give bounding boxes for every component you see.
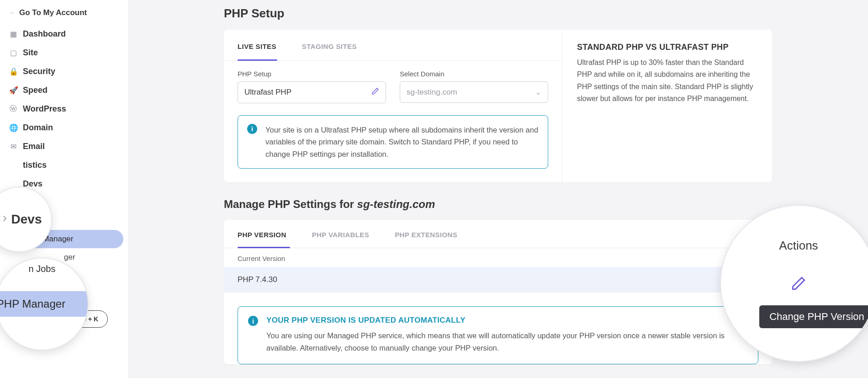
code-icon <box>0 213 7 226</box>
wordpress-icon: ⓦ <box>9 104 17 114</box>
code-icon <box>9 180 17 188</box>
sidebar-item-label: Speed <box>23 85 48 95</box>
info-text: Your site is on a Ultrafast PHP setup wh… <box>265 124 539 160</box>
zoom-devs-label: Devs <box>11 212 42 227</box>
auto-update-info-box: i YOUR PHP VERSION IS UPDATED AUTOMATICA… <box>238 306 758 364</box>
sidebar-item-domain[interactable]: 🌐 Domain <box>5 118 123 137</box>
dashboard-icon: ▦ <box>9 30 17 38</box>
pencil-icon[interactable] <box>791 276 806 294</box>
auto-update-text: You are using our Managed PHP service, w… <box>266 330 748 354</box>
sidebar-item-label: WordPress <box>23 104 66 114</box>
sidebar-item-label: Security <box>23 67 55 76</box>
lock-icon: 🔒 <box>9 67 17 76</box>
current-version-label: Current Version <box>224 248 772 267</box>
sidebar-item-speed[interactable]: 🚀 Speed <box>5 81 123 100</box>
sidebar-item-dashboard[interactable]: ▦ Dashboard <box>5 25 123 43</box>
tab-label: PHP VARIABLES <box>312 231 370 239</box>
tab-live-sites[interactable]: LIVE SITES <box>238 30 286 60</box>
info-icon: i <box>247 124 257 134</box>
sidebar-item-statistics[interactable]: tistics <box>5 156 123 175</box>
select-domain-label: Select Domain <box>400 70 548 78</box>
change-php-tooltip: Change PHP Version <box>759 305 868 328</box>
sidebar-item-label: Domain <box>23 123 53 133</box>
chevron-down-icon: ⌄ <box>535 87 541 97</box>
mail-icon: ✉ <box>9 142 17 151</box>
sidebar-item-wordpress[interactable]: ⓦ WordPress <box>5 100 123 118</box>
sidebar-item-label: Site <box>23 48 38 58</box>
auto-update-title: YOUR PHP VERSION IS UPDATED AUTOMATICALL… <box>266 316 748 325</box>
sidebar-item-label: Devs <box>23 179 42 189</box>
manage-settings-title: Manage PHP Settings for sg-testing.com <box>224 198 772 211</box>
zoom-php-manager-callout: n Jobs PHP Manager ger <box>0 258 88 350</box>
aside-body: Ultrafast PHP is up to 30% faster than t… <box>577 57 759 105</box>
ultrafast-info-box: i Your site is on a Ultrafast PHP setup … <box>238 115 548 169</box>
info-icon: i <box>248 316 258 326</box>
site-icon: ▢ <box>9 48 17 57</box>
tab-staging-sites[interactable]: STAGING SITES <box>302 30 366 60</box>
tab-php-variables[interactable]: PHP VARIABLES <box>312 220 381 248</box>
php-setup-select[interactable]: Ultrafast PHP <box>238 81 386 103</box>
tab-label: STAGING SITES <box>302 43 357 50</box>
php-setup-value: Ultrafast PHP <box>244 88 291 97</box>
current-version-row: PHP 7.4.30 <box>224 267 772 293</box>
page-title: PHP Setup <box>224 6 772 21</box>
current-version-value: PHP 7.4.30 <box>238 275 277 284</box>
select-domain-value: sg-testing.com <box>407 88 457 97</box>
tab-label: PHP EXTENSIONS <box>395 231 457 239</box>
manage-php-card: PHP VERSION PHP VARIABLES PHP EXTENSIONS… <box>224 220 772 364</box>
aside-title: STANDARD PHP VS ULTRAFAST PHP <box>577 43 759 52</box>
sidebar-item-security[interactable]: 🔒 Security <box>5 62 123 81</box>
back-link-label: Go To My Account <box>19 8 87 17</box>
pencil-icon[interactable] <box>371 87 379 97</box>
sidebar-item-email[interactable]: ✉ Email <box>5 137 123 156</box>
sidebar-item-label: Email <box>23 142 45 151</box>
sidebar-item-label: tistics <box>23 160 47 170</box>
select-domain-dropdown[interactable]: sg-testing.com ⌄ <box>400 81 548 103</box>
tab-label: LIVE SITES <box>238 43 276 50</box>
sidebar-item-label: Dashboard <box>23 29 66 39</box>
zoom-actions-header: Actions <box>721 239 868 253</box>
chart-icon <box>9 161 17 170</box>
tab-php-version[interactable]: PHP VERSION <box>238 220 298 248</box>
zoom-actions-callout: Actions Change PHP Version <box>721 206 868 361</box>
tab-php-extensions[interactable]: PHP EXTENSIONS <box>395 220 469 248</box>
chevron-left-icon: ← <box>9 9 16 16</box>
back-to-account-link[interactable]: ← Go To My Account <box>5 6 123 25</box>
sidebar-item-site[interactable]: ▢ Site <box>5 43 123 62</box>
sidebar-sub-label: ger <box>64 253 75 261</box>
rocket-icon: 🚀 <box>9 86 17 95</box>
tab-label: PHP VERSION <box>238 231 286 239</box>
zoom-php-manager-pill: PHP Manager <box>0 291 88 317</box>
globe-icon: 🌐 <box>9 123 17 132</box>
php-setup-label: PHP Setup <box>238 70 386 78</box>
php-setup-card: LIVE SITES STAGING SITES PHP Setup Ultra… <box>224 30 772 182</box>
